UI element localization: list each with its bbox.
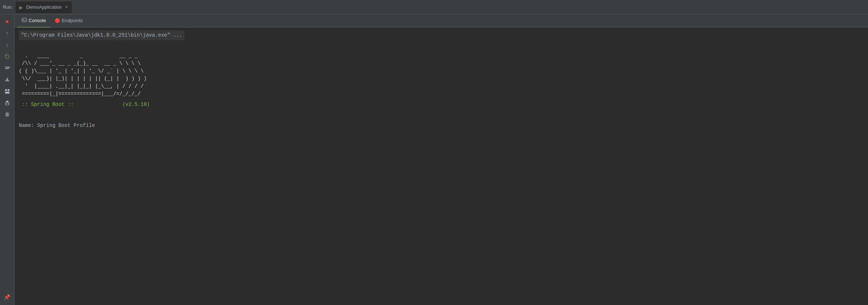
stop-button[interactable]: ■ — [2, 17, 12, 27]
cmd-line: "C:\Program Files\Java\jdk1.8.0_251\bin\… — [19, 30, 184, 40]
spring-banner: :: Spring Boot :: (v2.5.10) — [19, 101, 864, 108]
endpoints-icon: 🔴 — [55, 18, 60, 23]
layout-button[interactable] — [2, 86, 12, 96]
svg-rect-1 — [5, 68, 9, 69]
main-area: ■ ↑ ↓ — [0, 15, 868, 305]
pin-button[interactable]: 📌 — [2, 292, 12, 302]
app-tab-label: DemoApplication — [26, 4, 62, 10]
tab-endpoints[interactable]: 🔴 Endpoints — [50, 15, 87, 28]
import-button[interactable] — [2, 75, 12, 85]
sub-toolbar: Console 🔴 Endpoints — [14, 15, 868, 28]
rerun-button[interactable] — [2, 51, 12, 62]
app-tab-close[interactable]: ✕ — [65, 5, 68, 9]
run-label: Run: — [3, 4, 13, 10]
app-tab-icon: ▶ — [19, 5, 24, 10]
left-toolbar: ■ ↑ ↓ — [0, 15, 14, 305]
svg-rect-6 — [5, 92, 9, 94]
svg-rect-5 — [8, 89, 9, 91]
content-area: Console 🔴 Endpoints "C:\Program Files\Ja… — [14, 15, 868, 305]
scroll-down-button[interactable]: ↓ — [2, 40, 12, 50]
console-output[interactable]: "C:\Program Files\Java\jdk1.8.0_251\bin\… — [14, 28, 868, 305]
svg-rect-4 — [5, 89, 7, 91]
top-bar: Run: ▶ DemoApplication ✕ — [0, 0, 868, 15]
ascii-art: . ____ _ __ _ _ /\\ / ___'_ __ _ _(_)_ _… — [19, 52, 864, 98]
tab-console[interactable]: Console — [17, 15, 50, 28]
svg-rect-8 — [6, 101, 8, 102]
profile-line: Name: Spring Boot Profile — [19, 122, 864, 129]
console-icon — [22, 17, 27, 24]
svg-marker-2 — [9, 66, 10, 69]
app-tab[interactable]: ▶ DemoApplication ✕ — [16, 1, 71, 13]
restore-button[interactable] — [2, 63, 12, 73]
svg-rect-3 — [5, 81, 9, 81]
svg-rect-0 — [5, 67, 9, 67]
print-button[interactable] — [2, 98, 12, 108]
tab-console-label: Console — [29, 18, 46, 23]
clear-button[interactable]: 🗑 — [2, 110, 12, 120]
svg-rect-9 — [6, 104, 8, 105]
scroll-up-button[interactable]: ↑ — [2, 28, 12, 38]
tab-endpoints-label: Endpoints — [62, 18, 83, 23]
